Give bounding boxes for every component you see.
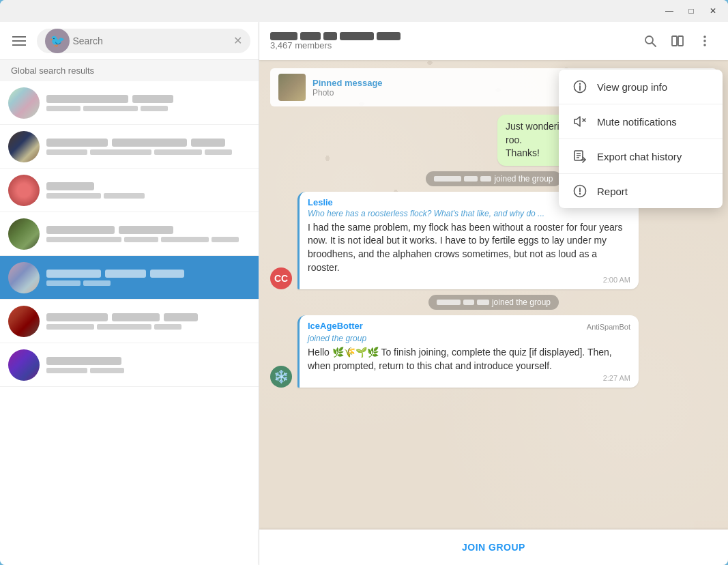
- list-item[interactable]: [0, 212, 259, 256]
- bot-message-time: 2:27 AM: [308, 374, 630, 382]
- chat-name-text2: [119, 226, 173, 234]
- avatar: [8, 262, 40, 293]
- search-clear-icon[interactable]: ✕: [233, 35, 242, 46]
- join-bar: JOIN GROUP: [259, 530, 728, 565]
- preview-dot: [90, 149, 151, 155]
- svg-point-6: [703, 44, 706, 46]
- group-name-dot2: [300, 32, 321, 40]
- search-button[interactable]: [638, 29, 663, 53]
- chat-list: [0, 81, 259, 565]
- menu-label-view-group-info: View group info: [597, 81, 667, 93]
- chat-name-text2: [112, 313, 160, 321]
- chat-name-text3: [191, 139, 225, 147]
- search-box: 🐦 ✕: [37, 29, 250, 53]
- list-item[interactable]: [0, 343, 259, 387]
- preview-dot: [46, 193, 101, 199]
- list-item[interactable]: [0, 81, 259, 125]
- sidebar-header: 🐦 ✕: [0, 22, 259, 60]
- list-item[interactable]: [0, 169, 259, 212]
- pinned-info: Pinned message Photo: [312, 78, 383, 98]
- preview-dot: [46, 149, 87, 155]
- chat-info: [46, 226, 250, 242]
- system-text-dot: [477, 300, 489, 305]
- chat-area: 3,467 members: [259, 22, 728, 565]
- reply-preview: Who here has a roosterless flock? What's…: [308, 209, 630, 218]
- system-text-dot: [463, 300, 474, 305]
- context-menu: View group info Mute notifications: [559, 70, 723, 208]
- system-message-2: joined the group: [270, 295, 717, 310]
- svg-rect-3: [678, 36, 683, 46]
- bot-sender: IceAgeBotter: [308, 321, 363, 331]
- avatar: CC: [270, 267, 292, 289]
- system-bubble-2: joined the group: [428, 295, 559, 310]
- menu-item-mute[interactable]: Mute notifications: [559, 104, 723, 139]
- group-name-dot3: [323, 32, 337, 40]
- join-group-button[interactable]: JOIN GROUP: [462, 542, 525, 553]
- hamburger-menu-icon[interactable]: [8, 30, 30, 52]
- titlebar: — □ ✕: [0, 0, 728, 22]
- preview-dot: [83, 106, 138, 111]
- preview-dot: [83, 280, 111, 286]
- menu-item-export[interactable]: Export chat history: [559, 139, 723, 173]
- system-text-dot: [434, 176, 461, 182]
- system-text-joined: joined the group: [494, 174, 553, 184]
- preview-dot: [141, 106, 168, 111]
- list-item[interactable]: [0, 300, 259, 343]
- avatar: [8, 175, 40, 206]
- chat-name-text2: [132, 95, 173, 103]
- avatar: [8, 131, 40, 162]
- bot-message-text: Hello 🌿🌾🌱🌿 To finish joining, complete t…: [308, 346, 630, 373]
- export-icon: [572, 149, 587, 164]
- list-item-active[interactable]: [0, 256, 259, 300]
- preview-dot: [205, 149, 232, 155]
- menu-item-report[interactable]: Report: [559, 174, 723, 208]
- menu-label-mute: Mute notifications: [597, 116, 677, 128]
- group-name: [270, 32, 630, 40]
- mute-icon: [572, 114, 587, 129]
- chat-name-text: [46, 357, 121, 365]
- svg-rect-2: [672, 36, 677, 46]
- chat-name-text3: [164, 313, 198, 321]
- minimize-button[interactable]: —: [660, 3, 679, 18]
- chat-info: [46, 139, 250, 155]
- search-avatar: 🐦: [45, 29, 70, 53]
- bot-badge: AntiSpamBot: [587, 323, 630, 331]
- group-name-dot1: [270, 32, 297, 40]
- preview-dot: [154, 324, 181, 330]
- pinned-sublabel: Photo: [312, 88, 383, 98]
- preview-dot: [154, 149, 202, 155]
- svg-point-5: [703, 40, 706, 42]
- chat-name-text: [46, 182, 94, 190]
- members-count: 3,467 members: [270, 40, 630, 50]
- chat-info: [46, 182, 250, 199]
- maximize-button[interactable]: □: [682, 3, 701, 18]
- chat-name-text: [46, 313, 108, 321]
- avatar: [8, 87, 40, 119]
- app-window: — □ ✕ 🐦 ✕ Global search results: [0, 0, 728, 565]
- group-name-dot4: [340, 32, 374, 40]
- columns-button[interactable]: [665, 29, 690, 53]
- avatar: [8, 218, 40, 250]
- chat-info: [46, 357, 250, 373]
- app-body: 🐦 ✕ Global search results: [0, 22, 728, 565]
- preview-dot: [212, 237, 239, 242]
- message-time: 2:00 AM: [308, 276, 630, 284]
- pinned-label: Pinned message: [312, 78, 383, 88]
- info-icon: [572, 79, 587, 94]
- system-text-joined2: joined the group: [492, 298, 551, 307]
- preview-dot: [46, 280, 81, 286]
- menu-item-view-group-info[interactable]: View group info: [559, 70, 723, 104]
- preview-dot: [124, 237, 158, 242]
- list-item[interactable]: [0, 125, 259, 169]
- chat-name-text: [46, 270, 101, 278]
- global-search-label: Global search results: [0, 60, 259, 81]
- close-button[interactable]: ✕: [703, 3, 723, 18]
- search-input[interactable]: [72, 35, 233, 46]
- chat-name-text: [46, 95, 128, 103]
- preview-dot: [46, 324, 94, 330]
- more-button[interactable]: [693, 29, 717, 53]
- chat-title-area: 3,467 members: [270, 32, 630, 50]
- message-row-bot: ❄️ IceAgeBotter AntiSpamBot joined the g…: [270, 315, 717, 388]
- group-name-dot5: [377, 32, 401, 40]
- svg-point-19: [579, 193, 581, 194]
